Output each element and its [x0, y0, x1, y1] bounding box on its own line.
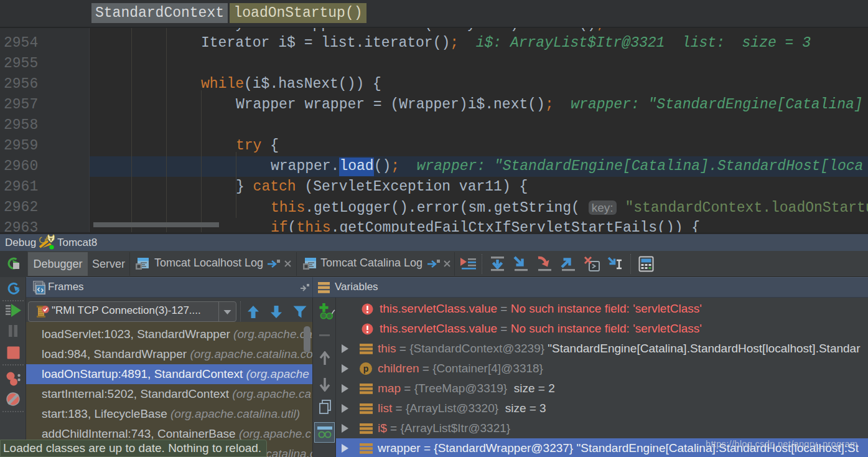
- svg-text:p: p: [363, 364, 369, 374]
